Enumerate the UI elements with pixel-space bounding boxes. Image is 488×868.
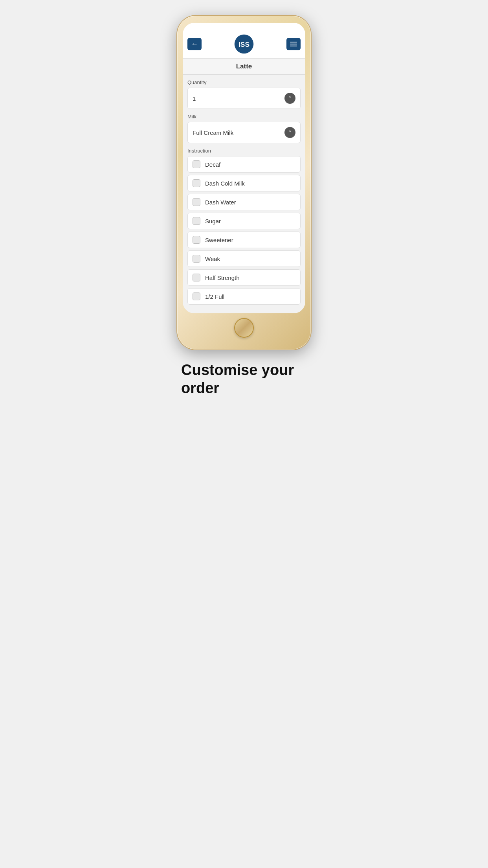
checkbox-box-sweetener [193, 236, 200, 244]
checkbox-sugar[interactable]: Sugar [187, 213, 301, 229]
menu-line-2 [290, 44, 297, 44]
status-bar [183, 23, 305, 31]
menu-button[interactable] [286, 38, 301, 50]
checkbox-dash-water[interactable]: Dash Water [187, 194, 301, 210]
checkbox-label-sweetener: Sweetener [205, 237, 233, 243]
back-button[interactable]: ← [187, 38, 202, 50]
checkbox-dash-cold-milk[interactable]: Dash Cold Milk [187, 175, 301, 191]
checkbox-box-half-full [193, 292, 200, 300]
checkbox-box-dash-cold-milk [193, 179, 200, 187]
home-button[interactable] [234, 318, 254, 338]
phone-screen: ← ISS Latte Quantity [183, 23, 305, 313]
checkbox-sweetener[interactable]: Sweetener [187, 232, 301, 248]
quantity-label: Quantity [187, 79, 301, 85]
back-icon: ← [191, 40, 198, 48]
checkbox-box-decaf [193, 160, 200, 168]
quantity-select-wrapper[interactable]: 1 ⌃ [187, 88, 301, 109]
menu-line-3 [290, 46, 297, 46]
checkbox-label-decaf: Decaf [205, 161, 220, 168]
checkbox-label-half-strength: Half Strength [205, 274, 240, 281]
checkbox-label-half-full: 1/2 Full [205, 293, 224, 300]
content-area: Quantity 1 ⌃ Milk Full Cream Milk ⌃ [183, 79, 305, 313]
caption-area: Customise your order [177, 361, 311, 397]
checkbox-box-sugar [193, 217, 200, 225]
quantity-select[interactable]: 1 ⌃ [188, 88, 300, 108]
checkbox-decaf[interactable]: Decaf [187, 156, 301, 173]
checkbox-weak[interactable]: Weak [187, 250, 301, 267]
phone-frame: ← ISS Latte Quantity [177, 16, 311, 349]
page-title-bar: Latte [183, 59, 305, 75]
milk-value: Full Cream Milk [193, 129, 233, 136]
checkbox-half-strength[interactable]: Half Strength [187, 269, 301, 286]
checkbox-half-full[interactable]: 1/2 Full [187, 288, 301, 305]
iss-logo: ISS [234, 34, 254, 54]
caption-text: Customise your order [181, 361, 307, 397]
quantity-chevron-icon: ⌃ [284, 93, 295, 104]
milk-label: Milk [187, 114, 301, 120]
milk-select-wrapper[interactable]: Full Cream Milk ⌃ [187, 122, 301, 143]
checkbox-box-half-strength [193, 274, 200, 281]
app-header: ← ISS [183, 31, 305, 59]
checkbox-box-weak [193, 255, 200, 263]
checkbox-label-dash-cold-milk: Dash Cold Milk [205, 180, 245, 187]
svg-text:ISS: ISS [238, 40, 250, 48]
milk-chevron-icon: ⌃ [284, 127, 295, 138]
checkbox-label-sugar: Sugar [205, 218, 221, 224]
checkbox-label-dash-water: Dash Water [205, 199, 236, 206]
checkbox-label-weak: Weak [205, 256, 220, 262]
page-title: Latte [236, 63, 252, 70]
phone-wrapper: ← ISS Latte Quantity [177, 16, 311, 349]
instruction-label: Instruction [187, 148, 301, 154]
checkbox-box-dash-water [193, 198, 200, 206]
milk-select[interactable]: Full Cream Milk ⌃ [188, 122, 300, 143]
quantity-value: 1 [193, 95, 196, 102]
menu-line-1 [290, 42, 297, 42]
